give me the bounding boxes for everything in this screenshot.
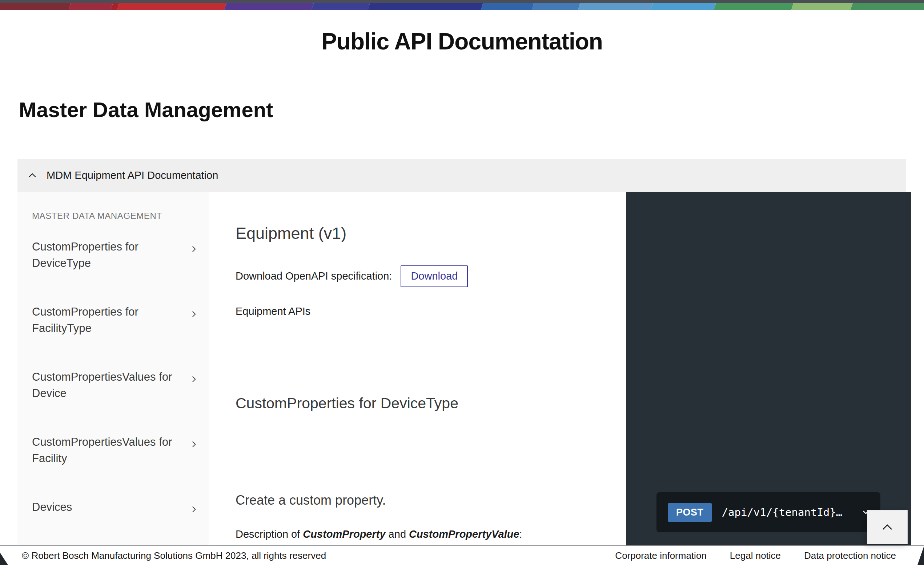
- stripe-segment: [850, 3, 924, 10]
- description-term-custompropertyvalue: CustomPropertyValue: [409, 528, 519, 540]
- accordion-header-mdm-equipment[interactable]: MDM Equipment API Documentation: [18, 159, 906, 192]
- footer: © Robert Bosch Manufacturing Solutions G…: [0, 545, 924, 565]
- sidebar-group-label: MASTER DATA MANAGEMENT: [32, 211, 199, 221]
- accordion-body: MASTER DATA MANAGEMENT CustomProperties …: [18, 192, 911, 545]
- stripe-segment: [714, 3, 794, 10]
- api-title: Equipment (v1): [236, 224, 612, 243]
- description-term-customproperty: CustomProperty: [303, 528, 385, 540]
- stripe-segment: [481, 3, 534, 10]
- footer-link-legal-notice[interactable]: Legal notice: [730, 550, 781, 561]
- stripe-segment: [368, 3, 483, 10]
- stripe-segment: [578, 3, 653, 10]
- doc-content: Equipment (v1) Download OpenAPI specific…: [208, 192, 626, 545]
- footer-link-corporate-information[interactable]: Corporate information: [615, 550, 706, 561]
- doc-section-heading: CustomProperties for DeviceType: [236, 394, 612, 412]
- stripe-segment: [69, 3, 113, 10]
- sidebar-item-label: CustomProperties for DeviceType: [32, 240, 138, 269]
- sidebar-item-custompropertiesvalues-device[interactable]: CustomPropertiesValues for Device: [32, 369, 199, 401]
- download-button[interactable]: Download: [400, 265, 468, 287]
- accordion-label: MDM Equipment API Documentation: [46, 170, 218, 182]
- stripe-segment: [532, 3, 580, 10]
- chevron-up-icon: [27, 170, 38, 181]
- api-path: /api/v1/{tenantId}…: [722, 506, 843, 518]
- top-dark-bar: [0, 0, 924, 3]
- stripe-segment: [224, 3, 314, 10]
- footer-copyright: © Robert Bosch Manufacturing Solutions G…: [22, 550, 326, 561]
- footer-links: Corporate information Legal notice Data …: [615, 550, 896, 561]
- download-row: Download OpenAPI specification: Download: [236, 265, 612, 287]
- http-method-badge: POST: [668, 503, 712, 522]
- sidebar-item-custompropertiesvalues-facility[interactable]: CustomPropertiesValues for Facility: [32, 434, 199, 466]
- chevron-up-icon: [881, 522, 894, 533]
- brand-stripe: [0, 3, 924, 10]
- stripe-segment: [117, 3, 226, 10]
- operation-heading: Create a custom property.: [236, 493, 612, 508]
- stripe-segment: [0, 3, 71, 10]
- sidebar-item-label: CustomPropertiesValues for Facility: [32, 436, 172, 465]
- chevron-right-icon: [189, 307, 198, 323]
- sidebar-item-label: CustomProperties for FacilityType: [32, 305, 138, 335]
- sidebar-item-label: CustomPropertiesValues for Device: [32, 371, 172, 400]
- sidebar: MASTER DATA MANAGEMENT CustomProperties …: [18, 192, 208, 545]
- chevron-right-icon: [189, 502, 198, 518]
- sidebar-item-customproperties-facilitytype[interactable]: CustomProperties for FacilityType: [32, 304, 199, 336]
- chevron-right-icon: [189, 372, 198, 388]
- api-operation-row[interactable]: POST /api/v1/{tenantId}…: [657, 492, 880, 532]
- section-title: Master Data Management: [19, 97, 924, 123]
- scroll-to-top-button[interactable]: [867, 510, 908, 544]
- sidebar-item-customproperties-devicetype[interactable]: CustomProperties for DeviceType: [32, 239, 199, 271]
- code-panel: POST /api/v1/{tenantId}…: [626, 192, 911, 545]
- page-title: Public API Documentation: [0, 28, 924, 55]
- stripe-segment: [312, 3, 370, 10]
- download-label: Download OpenAPI specification:: [236, 270, 392, 282]
- chevron-right-icon: [189, 437, 198, 453]
- sidebar-nav-list: CustomProperties for DeviceType CustomPr…: [32, 239, 199, 564]
- sidebar-item-label: Devices: [32, 500, 72, 513]
- description-middle: and: [386, 528, 409, 540]
- description-prefix: Description of: [236, 528, 303, 540]
- chevron-right-icon: [189, 242, 198, 258]
- description-suffix: :: [519, 528, 522, 540]
- operation-description: Description of CustomProperty and Custom…: [236, 528, 612, 540]
- stripe-segment: [651, 3, 716, 10]
- stripe-segment: [791, 3, 853, 10]
- api-group-label: Equipment APIs: [236, 305, 612, 317]
- footer-link-data-protection-notice[interactable]: Data protection notice: [804, 550, 896, 561]
- sidebar-item-devices[interactable]: Devices: [32, 499, 199, 515]
